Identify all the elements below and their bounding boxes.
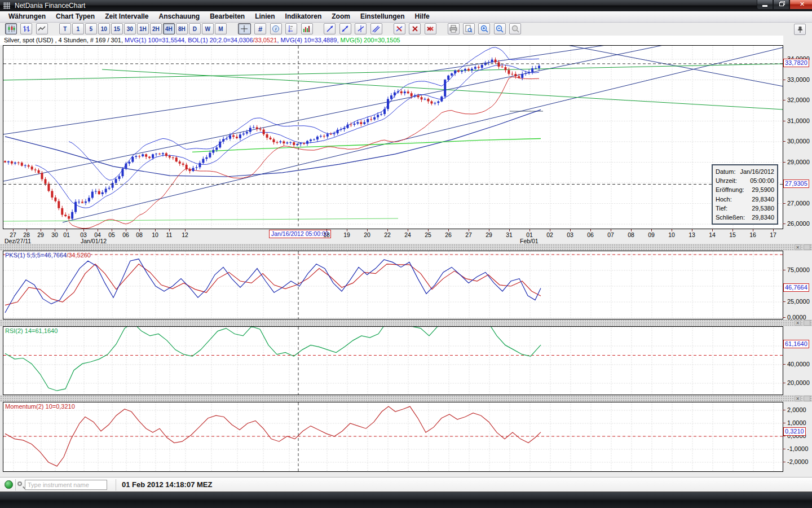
info-button[interactable]: i — [270, 23, 282, 34]
tooltip-row: Datum:Jan/16/2012 — [716, 167, 774, 176]
zoom-out-button[interactable] — [494, 23, 506, 34]
print-preview-button[interactable] — [463, 23, 475, 34]
horizontal-line-button[interactable] — [355, 23, 367, 34]
menu-hilfe[interactable]: Hilfe — [410, 11, 435, 23]
delete-line-button[interactable] — [394, 23, 405, 34]
menu-zoom[interactable]: Zoom — [326, 11, 355, 23]
axis-tick-label: 20,0000 — [787, 379, 810, 386]
rsi-header: RSI(2) 14=61,1640 — [5, 327, 58, 334]
panel-splitter[interactable]: ✕ — [0, 244, 812, 251]
minimize-button[interactable] — [757, 0, 773, 10]
date-tick-label: 03 — [563, 231, 577, 238]
interval-d-button[interactable]: D — [189, 23, 201, 34]
crosshair-button[interactable] — [238, 23, 251, 34]
candlestick-chart-button[interactable] — [5, 23, 17, 34]
main-chart[interactable] — [3, 45, 783, 229]
menu-chart-typen[interactable]: Chart Typen — [51, 11, 100, 23]
axis-tick-label: 75,0000 — [787, 266, 810, 273]
axis-tick-label: 34,0000 — [787, 55, 810, 62]
restore-button[interactable] — [773, 0, 789, 10]
splitter-close-icon[interactable]: ✕ — [795, 396, 801, 401]
interval-8h-button[interactable]: 8H — [176, 23, 188, 34]
channel-line-button[interactable] — [370, 23, 382, 34]
volume-button[interactable] — [301, 23, 313, 34]
date-axis: Jan/16/2012 05:00:00 2728293001030405060… — [0, 229, 812, 244]
interval-15-button[interactable]: 15 — [111, 23, 123, 34]
axis-settings-button[interactable] — [285, 23, 297, 34]
print-button[interactable] — [448, 23, 460, 34]
axis-tick-label: 40,0000 — [787, 361, 810, 367]
axis-tick-label: 30,0000 — [787, 138, 810, 144]
candle-tooltip: Datum:Jan/16/2012Uhrzeit:05:00:00Eröffnu… — [712, 164, 778, 225]
interval-10-button[interactable]: 10 — [98, 23, 110, 34]
axis-value-box: 61,1640 — [783, 340, 809, 348]
app-icon — [3, 2, 10, 9]
interval-1h-button[interactable]: 1H — [137, 23, 149, 34]
chart-legend: Silver, spot (USD) , 4 Stunden, # 169 / … — [0, 36, 783, 45]
instrument-search-input[interactable] — [25, 480, 107, 490]
menu-einstellungen[interactable]: Einstellungen — [355, 11, 410, 23]
date-tick-label: 26 — [441, 231, 456, 238]
interval-30-button[interactable]: 30 — [124, 23, 136, 34]
delete-button[interactable] — [409, 23, 421, 34]
zoom-in-button[interactable] — [478, 23, 490, 34]
axis-value-box: 33,7820 — [783, 59, 809, 67]
zoom-reset-button[interactable] — [509, 23, 521, 34]
grid-button[interactable]: # — [254, 23, 266, 34]
date-tick-label: 20 — [360, 231, 374, 238]
delete-all-button[interactable] — [425, 23, 436, 34]
interval-1-button[interactable]: 1 — [72, 23, 84, 34]
taskbar: e » eQuo Vadis Dax 2012 ...NetDania Fina… — [0, 492, 812, 508]
panel-splitter[interactable]: ✕ — [0, 395, 812, 402]
legend-text: , MVG(4) 10=33,4889, — [277, 37, 340, 43]
momentum-indicator-panel[interactable]: Momentum(2) 10=0,3210 — [3, 402, 783, 472]
axis-tick-label: 25,0000 — [787, 298, 810, 305]
legend-text: /33,0521 — [253, 37, 277, 43]
menu-zeit-intervalle[interactable]: Zeit Intervalle — [100, 11, 153, 23]
bar-chart-button[interactable] — [20, 23, 32, 34]
connection-status-icon — [5, 480, 13, 489]
axis-tick-label: 33,0000 — [787, 76, 810, 83]
pks-indicator-panel[interactable]: PKS(1) 5;5;5=46,7664/34,5260 — [3, 251, 783, 319]
menu-währungen[interactable]: Währungen — [3, 11, 51, 23]
interval-buttons: T151015301H2H4H8HDWM — [59, 23, 227, 33]
interval-5-button[interactable]: 5 — [85, 23, 97, 34]
menu-anschauung[interactable]: Anschauung — [154, 11, 205, 23]
interval-2h-button[interactable]: 2H — [150, 23, 162, 34]
interval-m-button[interactable]: M — [215, 23, 227, 34]
pks-header: PKS(1) 5;5;5=46,7664/34,5260 — [5, 252, 91, 259]
axis-tick-label: 26,0000 — [787, 220, 810, 227]
legend-text: MVG(5) 200=30,1505 — [341, 37, 400, 43]
axis-tick-label: 2,0000 — [787, 406, 806, 413]
line-chart-button[interactable] — [36, 23, 48, 34]
pin-button[interactable] — [794, 24, 806, 35]
window-title: NetDania FinanceChart — [15, 0, 85, 11]
interval-w-button[interactable]: W — [202, 23, 214, 34]
tooltip-row: Uhrzeit:05:00:00 — [716, 176, 774, 185]
axis-tick-label: 27,0000 — [787, 200, 810, 207]
menu-bar: WährungenChart TypenZeit IntervalleAnsch… — [0, 11, 812, 23]
legend-text: Silver, spot (USD) , 4 Stunden, # 169 / … — [4, 37, 125, 43]
interval-4h-button[interactable]: 4H — [163, 23, 175, 34]
date-tick-label: 06 — [118, 231, 133, 238]
menu-linien[interactable]: Linien — [250, 11, 280, 23]
date-tick-label: 09 — [644, 231, 659, 238]
trendline-button[interactable] — [324, 23, 336, 34]
rsi-indicator-panel[interactable]: RSI(2) 14=61,1640 — [3, 326, 783, 395]
menu-bearbeiten[interactable]: Bearbeiten — [205, 11, 250, 23]
date-tick-label: 12 — [178, 231, 192, 238]
date-tick-label: 06 — [583, 231, 598, 238]
interval-t-button[interactable]: T — [59, 23, 71, 34]
splitter-close-icon[interactable]: ✕ — [795, 320, 801, 326]
close-button[interactable]: ✕ — [789, 0, 812, 10]
menu-indikatoren[interactable]: Indikatoren — [280, 11, 327, 23]
date-tick-label: 16 — [745, 231, 760, 238]
splitter-close-icon[interactable]: ✕ — [795, 244, 801, 250]
axis-tick-label: 29,0000 — [787, 159, 810, 165]
date-tick-label: 10 — [148, 231, 162, 238]
date-tick-label: 01 — [59, 231, 74, 238]
trendline-ray-button[interactable] — [339, 23, 351, 34]
axis-tick-label: 1,0000 — [787, 419, 806, 426]
date-tick-label: 24 — [400, 231, 415, 238]
panel-splitter[interactable]: ✕ — [0, 319, 812, 326]
